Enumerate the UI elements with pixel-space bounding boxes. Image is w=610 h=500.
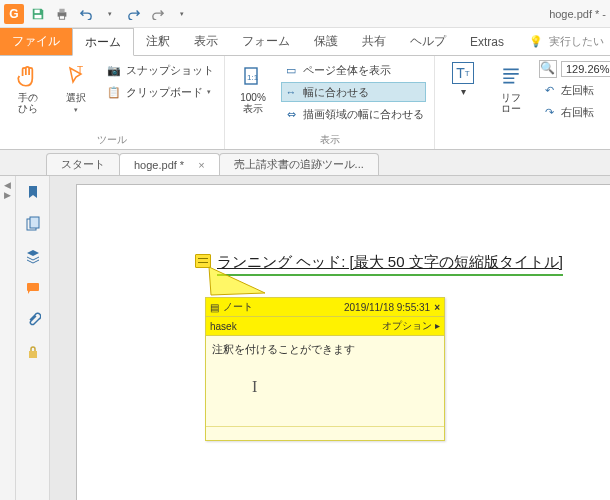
nav-strip[interactable]: ◀▶: [0, 176, 16, 500]
fit-page-label: ページ全体を表示: [303, 63, 391, 78]
hand-tool-button[interactable]: 手の ひら: [8, 60, 48, 114]
undo-icon[interactable]: [76, 4, 96, 24]
tab-share[interactable]: 共有: [350, 28, 398, 55]
redo-icon[interactable]: [124, 4, 144, 24]
layers-icon[interactable]: [23, 246, 43, 266]
rotate-left-icon: ↶: [541, 82, 557, 98]
snapshot-button[interactable]: 📷スナップショット: [104, 60, 216, 80]
undo-dropdown-icon[interactable]: ▾: [100, 4, 120, 24]
select-tool-label: 選択▾: [66, 92, 86, 114]
reflow-label: リフ ロー: [501, 92, 521, 114]
menu-bar: ファイル ホーム 注釈 表示 フォーム 保護 共有 ヘルプ Extras 💡 実…: [0, 28, 610, 56]
svg-rect-10: [27, 283, 39, 291]
qat-more-icon[interactable]: ▾: [172, 4, 192, 24]
sticky-note-body[interactable]: 注釈を付けることができます I: [206, 336, 444, 426]
reflow-button[interactable]: リフ ロー: [491, 60, 531, 114]
fit-page-button[interactable]: ▭ページ全体を表示: [281, 60, 426, 80]
svg-rect-4: [59, 15, 64, 19]
tab-form[interactable]: フォーム: [230, 28, 302, 55]
fit-visible-icon: ⇔: [283, 106, 299, 122]
reflow-icon: [497, 62, 525, 90]
fit-width-label: 幅に合わせる: [303, 85, 369, 100]
actual-size-icon: 1:1: [239, 62, 267, 90]
sticky-note-close-icon[interactable]: ×: [434, 302, 440, 313]
sticky-note-header[interactable]: ▤ ノート 2019/11/18 9:55:31 ×: [206, 298, 444, 317]
bookmarks-icon[interactable]: [23, 182, 43, 202]
doc-tab-hoge[interactable]: hoge.pdf *×: [119, 153, 220, 175]
sticky-note-author: hasek: [210, 321, 237, 332]
rotate-left-button[interactable]: ↶左回転: [539, 80, 610, 100]
ribbon-group-tools: 手の ひら T 選択▾ 📷スナップショット 📋クリップボード ▾ ツール: [0, 56, 225, 149]
note-head-icon: ▤: [210, 302, 219, 313]
tab-help[interactable]: ヘルプ: [398, 28, 458, 55]
tab-view[interactable]: 表示: [182, 28, 230, 55]
tab-protect[interactable]: 保護: [302, 28, 350, 55]
rotate-right-icon: ↷: [541, 104, 557, 120]
actual-size-button[interactable]: 1:1 100% 表示: [233, 60, 273, 114]
svg-text:T: T: [77, 65, 83, 76]
print-icon[interactable]: [52, 4, 72, 24]
title-bar: G ▾ ▾ hoge.pdf * -: [0, 0, 610, 28]
text-viewer-button[interactable]: TT ▾: [443, 60, 483, 97]
pages-panel-icon[interactable]: [23, 214, 43, 234]
hand-icon: [14, 62, 42, 90]
sticky-note-resize[interactable]: [206, 426, 444, 440]
fit-page-icon: ▭: [283, 62, 299, 78]
ribbon-group-view: 1:1 100% 表示 ▭ページ全体を表示 ↔幅に合わせる ⇔描画領域の幅に合わ…: [225, 56, 435, 149]
doc-tab-other[interactable]: 売上請求書の追跡ツール...: [219, 153, 379, 175]
camera-icon: 📷: [106, 62, 122, 78]
side-toolstrip: [16, 176, 50, 500]
svg-rect-11: [29, 351, 37, 358]
zoom-combo[interactable]: 129.26%▾: [561, 61, 610, 77]
fit-width-button[interactable]: ↔幅に合わせる: [281, 82, 426, 102]
clipboard-icon: 📋: [106, 84, 122, 100]
window-title: hoge.pdf * -: [549, 8, 606, 20]
fit-visible-label: 描画領域の幅に合わせる: [303, 107, 424, 122]
zoom-out-icon[interactable]: 🔍: [539, 60, 557, 78]
svg-marker-12: [209, 267, 265, 295]
tab-home[interactable]: ホーム: [72, 28, 134, 56]
snapshot-label: スナップショット: [126, 63, 214, 78]
note-callout: [205, 265, 275, 301]
sticky-note-options[interactable]: オプション ▸: [382, 319, 440, 333]
hand-tool-label: 手の ひら: [18, 92, 38, 114]
redo-alt-icon[interactable]: [148, 4, 168, 24]
svg-rect-1: [35, 14, 42, 18]
tab-comment[interactable]: 注釈: [134, 28, 182, 55]
comments-panel-icon[interactable]: [23, 278, 43, 298]
ribbon-group-zoom: TT ▾ リフ ロー 🔍 129.26%▾ ↶左回転 ↷右回転 T| タイプ ラ…: [435, 56, 610, 149]
zoom-value: 129.26%: [566, 63, 609, 75]
svg-rect-3: [59, 8, 64, 12]
doc-tab-start[interactable]: スタート: [46, 153, 120, 175]
group-tools-label: ツール: [8, 131, 216, 147]
pdf-page: ランニング ヘッド: [最大 50 文字の短縮版タイトル] ▤ ノート 2019…: [76, 184, 610, 500]
clipboard-label: クリップボード: [126, 85, 203, 100]
select-tool-button[interactable]: T 選択▾: [56, 60, 96, 114]
group-view-label: 表示: [233, 131, 426, 147]
select-icon: T: [62, 62, 90, 90]
fit-visible-button[interactable]: ⇔描画領域の幅に合わせる: [281, 104, 426, 124]
rotate-right-label: 右回転: [561, 105, 594, 120]
tab-file[interactable]: ファイル: [0, 28, 72, 55]
sticky-note-title: ノート: [223, 300, 253, 314]
page-canvas[interactable]: ランニング ヘッド: [最大 50 文字の短縮版タイトル] ▤ ノート 2019…: [50, 176, 610, 500]
security-panel-icon[interactable]: [23, 342, 43, 362]
close-icon[interactable]: ×: [198, 159, 204, 171]
bulb-icon: 💡: [529, 35, 543, 48]
tell-me-hint[interactable]: 実行したい: [549, 34, 604, 49]
fit-width-icon: ↔: [283, 84, 299, 100]
svg-text:1:1: 1:1: [247, 73, 259, 82]
app-icon[interactable]: G: [4, 4, 24, 24]
sticky-note-text: 注釈を付けることができます: [212, 343, 355, 355]
clipboard-button[interactable]: 📋クリップボード ▾: [104, 82, 216, 102]
ribbon: 手の ひら T 選択▾ 📷スナップショット 📋クリップボード ▾ ツール 1:1…: [0, 56, 610, 150]
actual-size-label: 100% 表示: [240, 92, 266, 114]
tab-extras[interactable]: Extras: [458, 28, 516, 55]
attachments-icon[interactable]: [23, 310, 43, 330]
save-icon[interactable]: [28, 4, 48, 24]
svg-rect-9: [30, 217, 39, 228]
text-viewer-icon: TT: [452, 62, 474, 84]
rotate-right-button[interactable]: ↷右回転: [539, 102, 610, 122]
sticky-note-popup[interactable]: ▤ ノート 2019/11/18 9:55:31 × hasek オプション ▸…: [205, 297, 445, 441]
workspace: ◀▶ ランニング ヘッド: [最大 50 文字の短縮版タイトル] ▤ ノート 2…: [0, 176, 610, 500]
